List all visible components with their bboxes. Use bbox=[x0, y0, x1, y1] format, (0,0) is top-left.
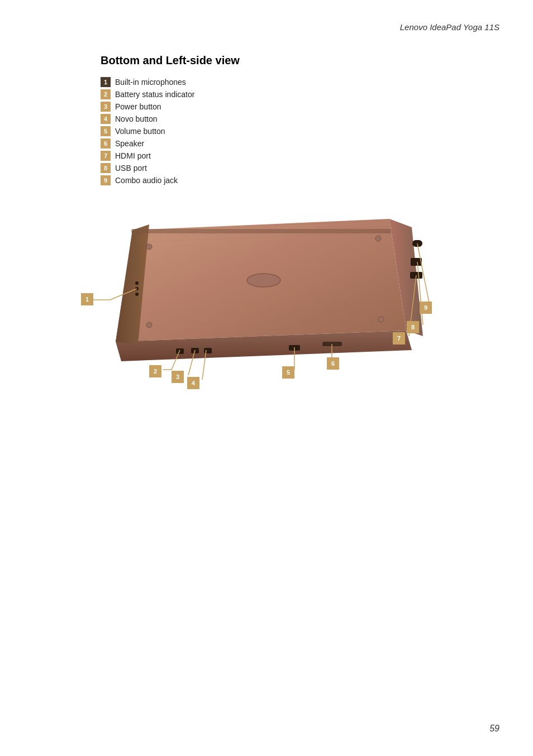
list-item: 7 HDMI port bbox=[101, 151, 499, 161]
legend-list: 1 Built-in microphones 2 Battery status … bbox=[101, 77, 499, 185]
svg-rect-18 bbox=[204, 348, 212, 353]
callout-9: 9 bbox=[420, 302, 432, 314]
svg-point-23 bbox=[135, 293, 139, 296]
legend-text-8: USB port bbox=[115, 164, 147, 173]
list-item: 9 Combo audio jack bbox=[101, 175, 499, 185]
page-header-title: Lenovo IdeaPad Yoga 11S bbox=[34, 22, 499, 32]
list-item: 6 Speaker bbox=[101, 138, 499, 149]
list-item: 8 USB port bbox=[101, 163, 499, 173]
svg-point-8 bbox=[146, 244, 152, 250]
page-container: Lenovo IdeaPad Yoga 11S Bottom and Left-… bbox=[0, 0, 533, 756]
badge-8: 8 bbox=[101, 163, 111, 173]
badge-9: 9 bbox=[101, 175, 111, 185]
legend-text-4: Novo button bbox=[115, 114, 158, 123]
diagram-area: 1 2 3 4 5 6 7 8 9 bbox=[77, 202, 456, 403]
svg-point-10 bbox=[146, 322, 152, 328]
callout-4: 4 bbox=[187, 377, 199, 389]
badge-4: 4 bbox=[101, 114, 111, 124]
svg-point-9 bbox=[375, 236, 381, 241]
svg-point-21 bbox=[135, 281, 139, 285]
callout-6: 6 bbox=[327, 357, 339, 370]
svg-rect-7 bbox=[131, 229, 391, 233]
callout-8: 8 bbox=[407, 321, 419, 333]
page-number: 59 bbox=[489, 724, 499, 734]
badge-1: 1 bbox=[101, 77, 111, 87]
badge-3: 3 bbox=[101, 102, 111, 112]
section-title: Bottom and Left-side view bbox=[101, 54, 499, 67]
badge-2: 2 bbox=[101, 89, 111, 99]
legend-text-7: HDMI port bbox=[115, 151, 151, 160]
svg-rect-16 bbox=[176, 348, 184, 354]
badge-5: 5 bbox=[101, 126, 111, 136]
badge-6: 6 bbox=[101, 138, 111, 149]
legend-text-3: Power button bbox=[115, 102, 161, 111]
list-item: 4 Novo button bbox=[101, 114, 499, 124]
legend-text-6: Speaker bbox=[115, 139, 144, 148]
legend-text-5: Volume button bbox=[115, 127, 165, 136]
list-item: 3 Power button bbox=[101, 102, 499, 112]
callout-5: 5 bbox=[282, 366, 294, 379]
list-item: 2 Battery status indicator bbox=[101, 89, 499, 99]
laptop-diagram-svg bbox=[77, 202, 456, 403]
callout-7: 7 bbox=[393, 332, 405, 344]
legend-text-9: Combo audio jack bbox=[115, 176, 178, 185]
list-item: 5 Volume button bbox=[101, 126, 499, 136]
legend-text-1: Built-in microphones bbox=[115, 78, 186, 87]
callout-3: 3 bbox=[172, 371, 184, 383]
svg-point-11 bbox=[378, 317, 384, 322]
list-item: 1 Built-in microphones bbox=[101, 77, 499, 87]
legend-text-2: Battery status indicator bbox=[115, 90, 194, 99]
svg-point-12 bbox=[247, 274, 280, 287]
callout-1: 1 bbox=[81, 293, 93, 305]
badge-7: 7 bbox=[101, 151, 111, 161]
callout-2: 2 bbox=[149, 365, 161, 377]
